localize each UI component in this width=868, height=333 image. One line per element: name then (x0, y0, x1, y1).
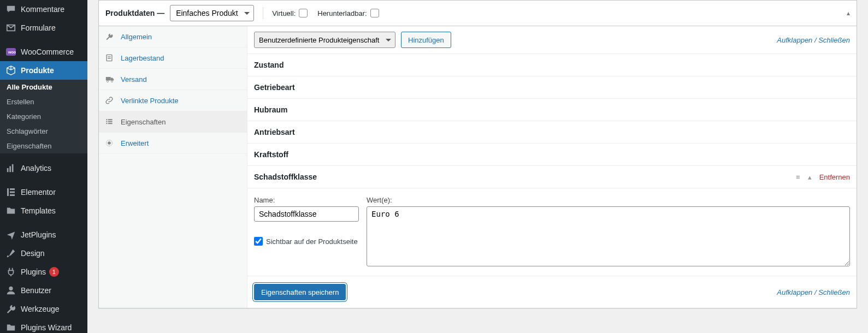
tab-versand[interactable]: Versand (99, 69, 247, 90)
sidebar-item-jetplugins[interactable]: JetPlugins (0, 225, 87, 244)
sidebar-label: Design (21, 249, 45, 258)
truck-icon (105, 75, 116, 84)
list-icon (105, 117, 116, 126)
postbox-body: Allgemein Lagerbestand Versand Verlinkte… (99, 26, 857, 308)
add-attribute-button[interactable]: Hinzufügen (401, 32, 451, 48)
product-data-postbox: Produktdaten — Einfaches Produkt Virtuel… (98, 0, 857, 308)
sidebar-item-plugins[interactable]: Plugins 1 (0, 263, 87, 281)
svg-rect-15 (108, 119, 113, 120)
doc-icon (105, 53, 116, 62)
sidebar-sub-alle-produkte[interactable]: Alle Produkte (0, 80, 87, 94)
wrench-icon (5, 304, 16, 314)
svg-rect-17 (108, 121, 113, 122)
attribute-row-schadstoffklasse: Schadstoffklasse ≡ ▴ Entfernen (247, 166, 857, 188)
ebox-icon (5, 187, 16, 198)
folder-icon (5, 322, 16, 333)
svg-rect-16 (106, 121, 107, 122)
sidebar-label: Produkte (21, 66, 54, 75)
tab-lagerbestand[interactable]: Lagerbestand (99, 47, 247, 69)
sidebar-sub-schlagwoerter[interactable]: Schlagwörter (0, 124, 87, 139)
svg-rect-4 (12, 164, 14, 172)
sidebar-label: Elementor (21, 188, 56, 197)
sidebar-item-plugins-wizard[interactable]: Plugins Wizard (0, 318, 87, 333)
sidebar-sub-kategorien[interactable]: Kategorien (0, 109, 87, 124)
sidebar-sub-erstellen[interactable]: Erstellen (0, 94, 87, 109)
svg-rect-14 (106, 119, 107, 120)
sidebar-item-produkte[interactable]: Produkte (0, 61, 87, 80)
sidebar-item-woocommerce[interactable]: woo WooCommerce (0, 43, 87, 61)
user-icon (5, 285, 16, 296)
brush-icon (5, 248, 16, 259)
sidebar-item-analytics[interactable]: Analytics (0, 159, 87, 177)
gear-icon (105, 139, 116, 147)
sidebar-item-design[interactable]: Design (0, 244, 87, 263)
attribute-row-getriebeart[interactable]: Getriebeart (247, 76, 857, 99)
sidebar-item-elementor[interactable]: Elementor (0, 183, 87, 201)
sidebar-item-formulare[interactable]: Formulare (0, 19, 87, 37)
plug-icon (5, 266, 16, 277)
svg-rect-11 (106, 77, 111, 80)
svg-rect-18 (106, 123, 107, 124)
postbox-header: Produktdaten — Einfaches Produkt Virtuel… (99, 1, 857, 26)
sidebar-label: WooCommerce (21, 47, 74, 56)
attribute-row-kraftstoff[interactable]: Kraftstoff (247, 144, 857, 166)
attribute-taxonomy-select[interactable]: Benutzerdefinierte Produkteigenschaft (254, 32, 395, 48)
expand-collapse-link[interactable]: Aufklappen / Schließen (777, 36, 850, 44)
mail-icon (5, 22, 16, 33)
sidebar-sub-eigenschaften[interactable]: Eigenschaften (0, 139, 87, 153)
box-icon (5, 65, 16, 76)
virtual-label: Virtuell: (272, 9, 308, 17)
remove-attribute-link[interactable]: Entfernen (819, 173, 850, 181)
sidebar-item-benutzer[interactable]: Benutzer (0, 281, 87, 300)
comment-icon (5, 4, 16, 15)
svg-text:woo: woo (8, 50, 16, 54)
sidebar-item-templates[interactable]: Templates (0, 201, 87, 220)
attribute-row-zustand[interactable]: Zustand (247, 54, 857, 76)
product-data-tabs: Allgemein Lagerbestand Versand Verlinkte… (99, 26, 247, 308)
sidebar-item-werkzeuge[interactable]: Werkzeuge (0, 300, 87, 318)
virtual-checkbox[interactable] (299, 9, 308, 17)
svg-point-9 (9, 287, 13, 290)
sidebar-label: Kommentare (21, 5, 64, 14)
woo-icon: woo (5, 46, 16, 57)
attribute-row-hubraum[interactable]: Hubraum (247, 99, 857, 121)
attribute-name-input[interactable] (254, 206, 359, 222)
postbox-toggle[interactable]: ▴ (847, 9, 850, 17)
svg-rect-8 (10, 194, 15, 196)
svg-rect-2 (7, 168, 9, 172)
attributes-panel: Benutzerdefinierte Produkteigenschaft Hi… (247, 26, 857, 308)
svg-point-13 (111, 80, 113, 82)
product-type-select[interactable]: Einfaches Produkt (170, 5, 254, 21)
tab-eigenschaften[interactable]: Eigenschaften (99, 111, 247, 133)
sidebar-label: Templates (21, 206, 56, 215)
svg-point-12 (107, 80, 108, 82)
update-badge: 1 (49, 267, 59, 277)
downloadable-label: Herunterladbar: (317, 9, 379, 17)
folder-icon (5, 205, 16, 216)
tab-verlinkte-produkte[interactable]: Verlinkte Produkte (99, 90, 247, 111)
sidebar-label: Analytics (21, 164, 51, 173)
attribute-values-label: Wert(e): (367, 196, 850, 204)
sidebar-label: JetPlugins (21, 230, 56, 239)
sidebar-label: Plugins (21, 267, 46, 276)
tab-erweitert[interactable]: Erweitert (99, 133, 247, 154)
visible-on-product-page-checkbox[interactable] (254, 237, 263, 246)
svg-rect-7 (10, 192, 15, 193)
attribute-row-antriebsart[interactable]: Antriebsart (247, 121, 857, 144)
svg-rect-3 (9, 166, 11, 172)
produkte-submenu: Alle Produkte Erstellen Kategorien Schla… (0, 80, 87, 153)
downloadable-checkbox[interactable] (370, 9, 379, 17)
sidebar-label: Werkzeuge (21, 305, 60, 313)
collapse-icon[interactable]: ▴ (808, 173, 812, 181)
tab-allgemein[interactable]: Allgemein (99, 26, 247, 47)
save-attributes-button[interactable]: Eigenschaften speichern (254, 284, 346, 300)
attributes-footer: Eigenschaften speichern Aufklappen / Sch… (247, 276, 857, 308)
expand-collapse-link-bottom[interactable]: Aufklappen / Schließen (777, 288, 850, 296)
svg-point-21 (108, 142, 110, 144)
admin-sidebar: Kommentare Formulare woo WooCommerce Pro… (0, 0, 87, 333)
visible-label: Sichtbar auf der Produktseite (266, 237, 358, 246)
attribute-values-textarea[interactable]: Euro 6 (367, 206, 850, 266)
drag-handle-icon[interactable]: ≡ (796, 173, 800, 181)
wrench-icon (105, 32, 116, 41)
sidebar-item-kommentare[interactable]: Kommentare (0, 0, 87, 19)
